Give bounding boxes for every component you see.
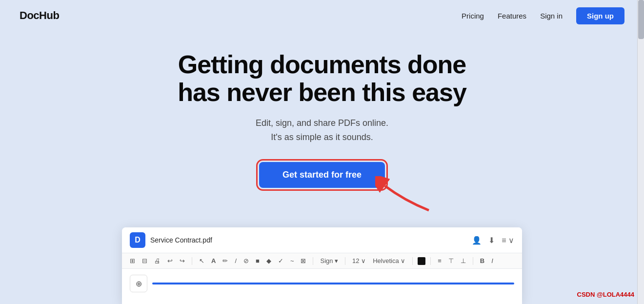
toolbar-sep5 (430, 257, 431, 265)
toolbar-line[interactable]: / (233, 256, 239, 265)
arrow-annotation (375, 176, 434, 217)
toolbar-link[interactable]: ⊘ (242, 256, 251, 265)
toolbar-sign[interactable]: Sign ▾ (318, 256, 340, 265)
toolbar-sep6 (473, 257, 473, 265)
toolbar-align-left[interactable]: ≡ (436, 256, 443, 265)
hero-subtitle: Edit, sign, and share PDFs online. It's … (10, 116, 634, 144)
scrollbar[interactable] (637, 0, 644, 304)
doc-title-left: D Service Contract.pdf (130, 232, 212, 248)
toolbar-check[interactable]: ✓ (276, 256, 285, 265)
toolbar-align-center[interactable]: ⊤ (446, 256, 456, 265)
doc-content-line (152, 283, 514, 284)
hero-section: Getting documents done has never been th… (0, 31, 644, 207)
toolbar-color[interactable] (418, 257, 425, 265)
nav-links: Pricing Features Sign in Sign up (462, 7, 624, 24)
toolbar-wave[interactable]: ~ (288, 256, 296, 265)
toolbar-sep2 (313, 257, 313, 265)
toolbar-cursor[interactable]: ↖ (197, 256, 206, 265)
dochub-doc-icon: D (130, 232, 145, 248)
cta-button[interactable]: Get started for free (259, 162, 385, 188)
scrollbar-thumb[interactable] (638, 0, 644, 39)
toolbar-fontsize[interactable]: 12 ∨ (350, 256, 368, 265)
toolbar-redo[interactable]: ↪ (178, 256, 187, 265)
toolbar-grid1[interactable]: ⊞ (128, 256, 137, 265)
menu-icon[interactable]: ≡ ∨ (502, 236, 514, 245)
toolbar-fill[interactable]: ■ (254, 256, 262, 265)
cta-wrapper: Get started for free (259, 162, 385, 188)
nav-pricing[interactable]: Pricing (462, 12, 484, 20)
watermark: CSDN @LOLA4444 (577, 291, 634, 298)
toolbar-grid2[interactable]: ⊟ (140, 256, 149, 265)
toolbar-sep4 (412, 257, 413, 265)
toolbar-sep1 (192, 257, 192, 265)
share-icon[interactable]: 👤 (472, 236, 482, 245)
logo[interactable]: DocHub (20, 9, 59, 22)
toolbar-bold[interactable]: B (478, 256, 486, 265)
signup-button[interactable]: Sign up (576, 7, 624, 24)
toolbar-italic[interactable]: I (489, 256, 495, 265)
hero-title: Getting documents done has never been th… (10, 51, 634, 106)
doc-body: ⊕ (122, 269, 522, 304)
zoom-button[interactable]: ⊕ (130, 275, 147, 292)
toolbar-align-right[interactable]: ⊥ (459, 256, 468, 265)
toolbar-text[interactable]: A (209, 256, 218, 265)
doc-preview: D Service Contract.pdf 👤 ⬇ ≡ ∨ ⊞ ⊟ 🖨 ↩ ↪… (122, 227, 522, 304)
doc-toolbar: ⊞ ⊟ 🖨 ↩ ↪ ↖ A ✏ / ⊘ ■ ◆ ✓ ~ ⊠ Sign ▾ 12 … (122, 253, 522, 269)
toolbar-font[interactable]: Helvetica ∨ (371, 256, 407, 265)
toolbar-sep3 (345, 257, 345, 265)
toolbar-undo[interactable]: ↩ (165, 256, 175, 265)
toolbar-shape[interactable]: ◆ (264, 256, 273, 265)
doc-actions: 👤 ⬇ ≡ ∨ (472, 236, 514, 245)
navbar: DocHub Pricing Features Sign in Sign up (0, 0, 644, 31)
doc-titlebar: D Service Contract.pdf 👤 ⬇ ≡ ∨ (122, 227, 522, 253)
nav-signin[interactable]: Sign in (540, 12, 563, 20)
toolbar-print[interactable]: 🖨 (152, 256, 162, 265)
toolbar-image[interactable]: ⊠ (299, 256, 308, 265)
nav-features[interactable]: Features (498, 12, 526, 20)
toolbar-pen[interactable]: ✏ (221, 256, 230, 265)
doc-filename: Service Contract.pdf (150, 236, 212, 244)
download-icon[interactable]: ⬇ (488, 236, 495, 245)
